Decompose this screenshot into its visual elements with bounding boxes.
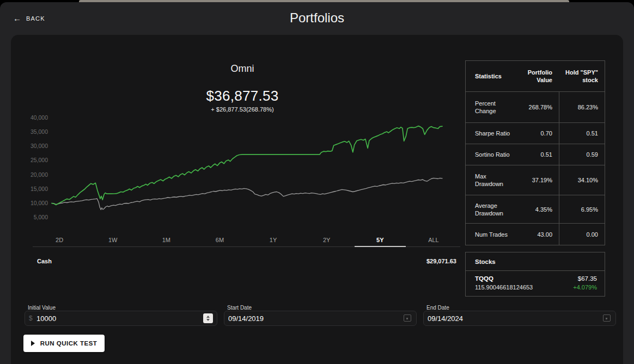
back-label: BACK <box>26 15 45 22</box>
stocks-panel: Stocks TQQQ115.90046618124653$67.35+4.07… <box>465 252 605 297</box>
range-tab-1m[interactable]: 1M <box>139 233 193 246</box>
stock-symbol: TQQQ <box>475 275 533 282</box>
play-icon <box>31 341 35 346</box>
range-tab-all[interactable]: ALL <box>407 233 460 246</box>
range-tab-2d[interactable]: 2D <box>33 233 86 246</box>
range-tab-1y[interactable]: 1Y <box>247 233 300 246</box>
stat-label: Sortino Ratio <box>466 144 513 165</box>
end-date-label: End Date <box>426 305 449 311</box>
stat-spy-value: 0.00 <box>559 224 605 245</box>
range-tab-6m[interactable]: 6M <box>193 233 246 246</box>
stepper-down-icon <box>206 319 210 321</box>
back-button[interactable]: ← BACK <box>13 14 45 22</box>
stats-row: Sortino Ratio0.510.59 <box>466 144 605 165</box>
portfolio-value-header: Portfolio Value <box>513 69 559 84</box>
y-axis-label: 5,000 <box>16 214 48 220</box>
portfolio-line <box>52 126 442 205</box>
start-date-field <box>224 311 417 326</box>
stat-portfolio-value: 0.70 <box>513 123 559 144</box>
stat-portfolio-value: 4.35% <box>513 195 559 223</box>
chart-canvas[interactable] <box>25 109 460 237</box>
initial-value-input[interactable] <box>25 311 217 325</box>
range-tabs: 2D1W1M6M1Y2Y5YALL <box>33 233 460 247</box>
y-axis-label: 30,000 <box>16 143 48 149</box>
stats-row: Num Trades43.000.00 <box>466 224 605 245</box>
stock-price: $67.35 <box>573 275 597 282</box>
stepper-up-icon <box>206 316 210 318</box>
stats-row: Sharpe Ratio0.700.51 <box>466 123 605 144</box>
y-axis-label: 20,000 <box>16 171 48 178</box>
end-date-field <box>423 311 616 326</box>
stat-spy-value: 6.95% <box>559 195 605 223</box>
stat-label: Average Drawdown <box>466 195 513 223</box>
stat-spy-value: 34.10% <box>559 165 605 195</box>
start-date-input[interactable] <box>224 311 416 325</box>
initial-value-label: Initial Value <box>28 305 56 311</box>
initial-value-field: $ <box>25 311 217 326</box>
end-date-input[interactable] <box>424 311 615 325</box>
stats-row: Max Drawdown37.19%34.10% <box>466 165 605 195</box>
stat-portfolio-value: 37.19% <box>513 165 559 195</box>
portfolio-change: + $26,877.53(268.78%) <box>25 106 460 113</box>
stat-spy-value: 0.51 <box>559 123 605 144</box>
calendar-icon[interactable] <box>603 314 611 322</box>
stat-label: Max Drawdown <box>466 165 513 195</box>
range-tab-1w[interactable]: 1W <box>86 233 139 246</box>
stocks-panel-title: Stocks <box>466 252 605 271</box>
range-tab-5y[interactable]: 5Y <box>353 233 407 246</box>
stock-shares: 115.90046618124653 <box>475 284 533 291</box>
statistics-header: Statistics <box>466 72 513 80</box>
portfolio-value: $36,877.53 <box>25 88 460 104</box>
stat-spy-value: 86.23% <box>559 92 605 122</box>
stat-label: Num Trades <box>466 224 513 245</box>
back-arrow-icon: ← <box>13 14 21 22</box>
statistics-table: Statistics Portfolio Value Hold "SPY" st… <box>465 60 605 245</box>
stat-label: Sharpe Ratio <box>466 123 513 144</box>
stock-row[interactable]: TQQQ115.90046618124653$67.35+4.079% <box>466 271 605 296</box>
range-tab-2y[interactable]: 2Y <box>300 233 353 246</box>
y-axis-label: 10,000 <box>16 200 48 206</box>
page-title: Portfolios <box>0 10 634 26</box>
dollar-prefix: $ <box>29 311 33 325</box>
stats-row: Percent Change268.78%86.23% <box>466 92 605 123</box>
cash-row: Cash $29,071.63 <box>37 258 456 264</box>
run-quick-test-label: RUN QUICK TEST <box>40 340 97 347</box>
y-axis-label: 35,000 <box>16 128 48 135</box>
y-axis-label: 15,000 <box>16 186 48 192</box>
run-quick-test-button[interactable]: RUN QUICK TEST <box>23 335 105 352</box>
statistics-header-row: Statistics Portfolio Value Hold "SPY" st… <box>466 61 605 92</box>
stat-spy-value: 0.59 <box>559 144 605 165</box>
portfolio-name: Omni <box>25 63 460 75</box>
stats-row: Average Drawdown4.35%6.95% <box>466 195 605 224</box>
hold-spy-header: Hold "SPY" stock <box>559 69 605 84</box>
start-date-label: Start Date <box>227 305 252 311</box>
number-stepper[interactable] <box>203 313 213 323</box>
cash-value: $29,071.63 <box>426 258 456 264</box>
stat-portfolio-value: 268.78% <box>513 92 559 122</box>
stat-portfolio-value: 0.51 <box>513 144 559 165</box>
stat-portfolio-value: 43.00 <box>513 224 559 245</box>
y-axis-label: 40,000 <box>16 114 48 121</box>
y-axis-label: 25,000 <box>16 157 48 163</box>
stock-change: +4.079% <box>573 284 597 291</box>
cash-label: Cash <box>37 258 52 264</box>
calendar-icon[interactable] <box>404 314 411 322</box>
stat-label: Percent Change <box>466 92 513 122</box>
